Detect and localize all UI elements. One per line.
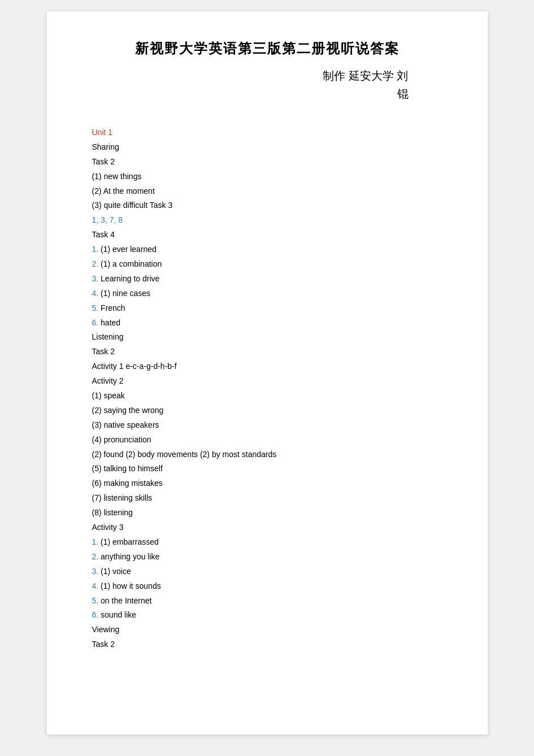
task4-num3: 3. (92, 274, 99, 283)
sharing-label: Sharing (92, 142, 119, 151)
listening-label: Listening (92, 332, 124, 341)
activity3-label: Activity 3 (92, 523, 124, 532)
activity3-item2: 2. anything you like (92, 552, 160, 561)
activity2-item1: (1) speak (92, 391, 125, 400)
task2-item2: (2) At the moment (92, 186, 155, 195)
task4-item5: 5. French (92, 303, 125, 312)
sub-title: 制作 延安大学 刘 锟 (92, 67, 442, 103)
document-page: 新视野大学英语第三版第二册视听说答案 制作 延安大学 刘 锟 Unit 1 Sh… (47, 11, 488, 735)
activity3-num3: 3. (92, 567, 99, 576)
viewing-label: Viewing (92, 625, 120, 634)
task4-label: Task 4 (92, 230, 115, 239)
listening-task2-label: Task 2 (92, 347, 115, 356)
task4-num6: 6. (92, 318, 99, 327)
sub-title-line2: 锟 (92, 85, 409, 103)
activity2-label: Activity 2 (92, 376, 124, 385)
activity2-item4: (4) pronunciation (92, 435, 151, 444)
task4-num4: 4. (92, 289, 99, 298)
activity3-num4: 4. (92, 581, 99, 590)
activity2-item2: (2) saying the wrong (92, 406, 164, 415)
task4-item6: 6. hated (92, 318, 121, 327)
activity3-item5: 5. on the Internet (92, 596, 152, 605)
unit-heading: Unit 1 (92, 128, 113, 137)
task4-item2: 2. (1) a combination (92, 259, 162, 268)
task4-item3: 3. Learning to drive (92, 274, 160, 283)
activity3-num1: 1. (92, 537, 99, 546)
content-area: Unit 1 Sharing Task 2 (1) new things (2)… (92, 125, 442, 652)
activity3-item4: 4. (1) how it sounds (92, 581, 161, 590)
activity2-item8: (7) listening skills (92, 493, 153, 502)
activity2-item3: (3) native speakers (92, 420, 159, 429)
activity3-num5: 5. (92, 596, 99, 605)
task2-item3: (3) quite difficult Task 3 (92, 201, 173, 210)
sub-title-line1: 制作 延安大学 刘 (92, 67, 409, 85)
activity2-item9: (8) listening (92, 508, 133, 517)
activity2-item5: (2) found (2) body movements (2) by most… (92, 450, 277, 459)
main-title: 新视野大学英语第三版第二册视听说答案 (92, 40, 442, 58)
activity3-num6: 6. (92, 610, 99, 619)
task2-item1: (1) new things (92, 172, 142, 181)
activity3-num2: 2. (92, 552, 99, 561)
task4-num5: 5. (92, 303, 99, 312)
task4-num2: 2. (92, 259, 99, 268)
activity2-item7: (6) making mistakes (92, 479, 163, 488)
activity1-label: Activity 1 e-c-a-g-d-h-b-f (92, 362, 177, 371)
viewing-task2-label: Task 2 (92, 640, 115, 649)
activity2-item6: (5) talking to himself (92, 464, 163, 473)
task2-label: Task 2 (92, 157, 115, 166)
activity3-item1: 1. (1) embarrassed (92, 537, 159, 546)
activity3-item3: 3. (1) voice (92, 567, 131, 576)
task4-num1: 1. (92, 245, 99, 254)
activity3-item6: 6. sound like (92, 610, 137, 619)
task3-answers: 1, 3, 7, 8 (92, 215, 123, 224)
task4-item4: 4. (1) nine cases (92, 289, 151, 298)
task4-item1: 1. (1) ever learned (92, 245, 157, 254)
